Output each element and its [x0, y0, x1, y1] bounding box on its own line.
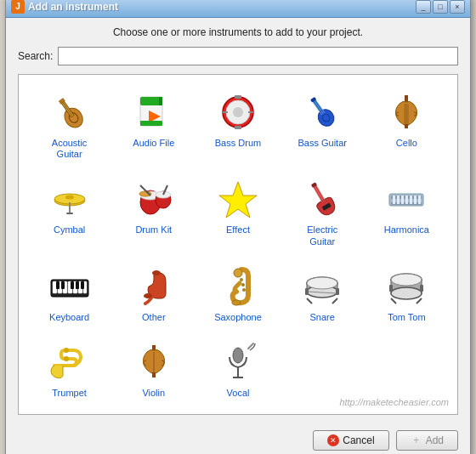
svg-rect-71	[76, 281, 79, 289]
close-button[interactable]: ×	[450, 0, 465, 14]
svg-rect-53	[393, 196, 395, 204]
footer: ✕ Cancel + Add	[6, 423, 470, 454]
svg-point-91	[391, 287, 422, 299]
svg-rect-15	[235, 95, 241, 99]
instrument-trumpet[interactable]: Trumpet	[27, 333, 111, 406]
svg-rect-57	[410, 196, 412, 204]
search-row: Search:	[18, 47, 458, 65]
svg-point-73	[152, 270, 161, 275]
trumpet-label: Trumpet	[52, 388, 87, 399]
instrument-effect[interactable]: Effect	[196, 170, 280, 253]
instrument-cello[interactable]: Cello	[365, 83, 449, 167]
instrument-audio-file[interactable]: Audio File	[111, 83, 196, 167]
search-label: Search:	[18, 50, 53, 62]
svg-rect-69	[61, 281, 65, 289]
watermark: http://maketecheasier.com	[339, 397, 449, 407]
instrument-bass-guitar[interactable]: Bass Guitar	[280, 83, 365, 167]
harmonica-icon	[384, 177, 428, 221]
instrument-electric-guitar[interactable]: ElectricGuitar	[280, 170, 365, 253]
svg-point-33	[65, 196, 74, 200]
svg-point-102	[233, 348, 243, 363]
svg-rect-16	[235, 126, 241, 129]
cancel-button[interactable]: ✕ Cancel	[313, 430, 388, 451]
instrument-saxophone[interactable]: Saxophone	[196, 258, 280, 330]
window-title: Add an instrument	[28, 1, 118, 13]
vocal-icon	[216, 340, 260, 384]
instrument-harmonica[interactable]: Harmonica	[365, 170, 449, 253]
svg-rect-30	[405, 124, 408, 128]
svg-rect-58	[414, 196, 416, 204]
title-bar-left: J Add an instrument	[11, 0, 118, 14]
add-label: Add	[426, 434, 444, 446]
svg-rect-93	[389, 285, 393, 292]
title-buttons: _ □ ×	[416, 0, 465, 14]
svg-line-88	[332, 298, 337, 304]
instrument-tom-tom[interactable]: Tom Tom	[365, 258, 449, 330]
trumpet-icon	[48, 340, 92, 384]
svg-rect-55	[401, 196, 404, 204]
saxophone-label: Saxophone	[214, 312, 262, 323]
electric-guitar-icon	[300, 177, 344, 221]
svg-marker-43	[219, 182, 257, 218]
svg-rect-34	[69, 202, 71, 214]
svg-point-83	[307, 277, 337, 289]
electric-guitar-label: ElectricGuitar	[307, 224, 337, 247]
bass-drum-label: Bass Drum	[215, 138, 261, 149]
drum-kit-label: Drum Kit	[135, 224, 172, 236]
instrument-violin[interactable]: Violin	[111, 333, 196, 406]
instrument-cymbal[interactable]: Cymbal	[27, 170, 111, 253]
svg-point-76	[240, 278, 243, 281]
svg-point-0	[60, 105, 86, 131]
svg-point-98	[64, 348, 69, 353]
audio-file-icon	[132, 90, 176, 134]
svg-line-96	[416, 298, 422, 304]
drum-kit-icon	[132, 177, 176, 221]
keyboard-icon	[48, 264, 92, 309]
tom-tom-icon	[384, 264, 428, 309]
minimize-button[interactable]: _	[416, 0, 431, 14]
svg-rect-26	[405, 95, 408, 102]
maximize-button[interactable]: □	[433, 0, 448, 14]
add-icon: +	[411, 434, 422, 446]
effect-icon	[216, 177, 260, 221]
violin-icon	[132, 340, 176, 384]
svg-rect-11	[140, 121, 162, 126]
harmonica-label: Harmonica	[384, 224, 429, 236]
svg-point-78	[242, 288, 246, 292]
svg-rect-72	[81, 281, 84, 289]
cello-icon	[384, 90, 428, 134]
svg-rect-101	[152, 372, 156, 377]
cancel-label: Cancel	[343, 434, 374, 446]
tom-tom-label: Tom Tom	[388, 312, 425, 323]
svg-point-74	[144, 293, 152, 298]
title-bar: J Add an instrument _ □ ×	[6, 0, 470, 18]
instrument-other[interactable]: Other	[111, 258, 196, 330]
svg-line-87	[307, 298, 312, 304]
add-button[interactable]: + Add	[396, 430, 458, 451]
instruments-panel: AcousticGuitar Audio File	[18, 74, 458, 415]
keyboard-label: Keyboard	[49, 312, 89, 323]
instrument-drum-kit[interactable]: Drum Kit	[111, 170, 196, 253]
svg-rect-68	[56, 281, 60, 289]
svg-rect-56	[405, 196, 408, 204]
window-body: Choose one or more instruments to add to…	[6, 18, 470, 423]
violin-label: Violin	[142, 388, 165, 399]
acoustic-guitar-icon	[48, 90, 92, 134]
instrument-acoustic-guitar[interactable]: AcousticGuitar	[27, 83, 111, 167]
instructions-text: Choose one or more instruments to add to…	[18, 26, 458, 38]
instrument-bass-drum[interactable]: Bass Drum	[196, 83, 280, 167]
instrument-keyboard[interactable]: Keyboard	[27, 258, 111, 330]
svg-marker-9	[159, 97, 162, 105]
svg-rect-94	[420, 285, 423, 292]
search-input[interactable]	[58, 47, 458, 65]
cymbal-label: Cymbal	[54, 224, 85, 236]
instrument-snare[interactable]: Snare	[280, 258, 365, 330]
cello-label: Cello	[396, 138, 417, 149]
acoustic-guitar-label: AcousticGuitar	[52, 138, 88, 160]
instruments-grid: AcousticGuitar Audio File	[27, 83, 449, 406]
instrument-vocal[interactable]: Vocal	[196, 333, 280, 406]
svg-line-95	[391, 298, 396, 304]
bass-guitar-icon	[300, 90, 344, 134]
svg-point-77	[241, 283, 245, 287]
audio-file-label: Audio File	[133, 138, 174, 149]
